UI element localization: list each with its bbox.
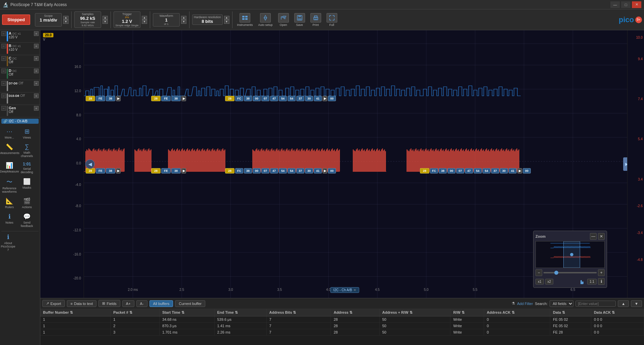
search-input[interactable] bbox=[575, 301, 616, 307]
ch-gen-minus[interactable]: − bbox=[1, 106, 6, 111]
ch-c-minus[interactable]: − bbox=[1, 56, 6, 61]
i2c-close-button[interactable]: ✕ bbox=[353, 288, 356, 292]
scope-minus[interactable]: ▼ bbox=[63, 20, 69, 24]
waveform-plus[interactable]: ▲ bbox=[181, 16, 186, 20]
pkt-30-r2: 30 bbox=[305, 168, 313, 174]
close-button[interactable]: ✕ bbox=[632, 1, 641, 8]
font-larger-button[interactable]: A+ bbox=[122, 300, 134, 307]
search-down-button[interactable]: ▼ bbox=[631, 300, 642, 307]
ch-d7d0-plus[interactable]: + bbox=[34, 81, 39, 86]
r-label-10: 10.0 bbox=[636, 36, 643, 39]
minimize-button[interactable]: — bbox=[610, 1, 620, 8]
zoom-reset-button[interactable]: 1:1 bbox=[587, 279, 597, 284]
col-data-ack[interactable]: Data ACK ⇅ bbox=[591, 309, 644, 316]
ch-c-name: C bbox=[9, 56, 11, 60]
zoom-info-button[interactable]: ℹ bbox=[598, 278, 605, 285]
scope-area: 20.0 V 16.0 12.0 8.0 4.0 0.0 -4.0 -8.0 -… bbox=[40, 30, 644, 298]
sidebar-item-measurements[interactable]: 📏 Measurements bbox=[1, 142, 17, 159]
save-group[interactable]: Save bbox=[292, 12, 307, 27]
zoom-slider[interactable] bbox=[544, 272, 597, 273]
stopped-button[interactable]: Stopped bbox=[2, 14, 30, 25]
instruments-group[interactable]: Instruments bbox=[235, 12, 255, 27]
fields-button[interactable]: ⊞ Fields bbox=[98, 300, 120, 307]
samples-plus[interactable]: ▲ bbox=[102, 16, 108, 20]
search-fields-select[interactable]: All fields bbox=[550, 300, 573, 307]
ch-b-plus[interactable]: + bbox=[34, 44, 39, 48]
maximize-button[interactable]: □ bbox=[621, 1, 631, 8]
hw-plus[interactable]: ▲ bbox=[224, 16, 229, 20]
scope-adj[interactable]: ▲ ▼ bbox=[63, 16, 69, 24]
sidebar-item-rulers[interactable]: 📐 Rulers bbox=[1, 196, 17, 210]
export-button[interactable]: ↗ Export bbox=[42, 300, 65, 307]
pkt-fe-r2-2: FE bbox=[161, 168, 171, 174]
col-data[interactable]: Data ⇅ bbox=[550, 309, 591, 316]
zoom-minimize-button[interactable]: — bbox=[590, 233, 597, 240]
nav-left-button[interactable]: ◀ bbox=[85, 159, 95, 169]
ch-d15d8-plus[interactable]: + bbox=[34, 93, 39, 98]
ch-d-minus[interactable]: − bbox=[1, 69, 6, 73]
svg-rect-1 bbox=[245, 16, 248, 17]
table-cell: 0 bbox=[484, 329, 550, 336]
open-group[interactable]: Open bbox=[276, 12, 291, 27]
data-to-text-button[interactable]: ≡ Data to text bbox=[67, 300, 97, 307]
sidebar-item-actions[interactable]: 🎬 Actions bbox=[19, 196, 35, 210]
zoom-close-button[interactable]: ✕ bbox=[598, 233, 605, 240]
col-packet[interactable]: Packet # ⇅ bbox=[111, 309, 160, 316]
scope-plus[interactable]: ▲ bbox=[63, 16, 69, 20]
zoom-x2-button[interactable]: x2 bbox=[545, 279, 554, 284]
waveform-minus[interactable]: ▼ bbox=[181, 20, 186, 24]
auto-setup-group[interactable]: Auto setup bbox=[256, 12, 275, 27]
sidebar-item-more[interactable]: ⋯ More... bbox=[1, 126, 17, 141]
nav-right-button[interactable]: ▶ bbox=[623, 157, 627, 171]
zoom-plus-button[interactable]: + bbox=[598, 269, 605, 276]
font-smaller-button[interactable]: A- bbox=[136, 300, 147, 307]
col-addr-rw[interactable]: Address + R/W ⇅ bbox=[379, 309, 450, 316]
col-start[interactable]: Start Time ⇅ bbox=[160, 309, 214, 316]
measurements-label: Measurements bbox=[0, 151, 19, 155]
ch-b-minus[interactable]: − bbox=[1, 44, 6, 48]
ch-d-plus[interactable]: + bbox=[34, 69, 39, 73]
col-addr-ack[interactable]: Address ACK ⇅ bbox=[484, 309, 550, 316]
sidebar-item-feedback[interactable]: 💬 Send feedback bbox=[19, 212, 35, 229]
col-rw[interactable]: R/W ⇅ bbox=[450, 309, 484, 316]
instruments-label: Instruments bbox=[237, 23, 253, 27]
col-address[interactable]: Address ⇅ bbox=[331, 309, 380, 316]
ch-gen-plus[interactable]: + bbox=[34, 106, 39, 111]
trigger-minus[interactable]: ▼ bbox=[142, 20, 147, 24]
col-addr-bits[interactable]: Address Bits ⇅ bbox=[266, 309, 331, 316]
print-group[interactable]: Print bbox=[308, 12, 323, 27]
hw-adj[interactable]: ▲ ▼ bbox=[224, 16, 229, 24]
ch-a-plus[interactable]: + bbox=[34, 31, 39, 36]
sidebar-item-masks[interactable]: ⬜ Masks bbox=[19, 177, 35, 195]
i2c-channel-badge[interactable]: 🔗 I2C - Ch A/B bbox=[1, 119, 39, 124]
col-buffer[interactable]: Buffer Number ⇅ bbox=[40, 309, 111, 316]
sidebar-item-reference[interactable]: 〜 Reference waveforms bbox=[1, 177, 17, 195]
col-end[interactable]: End Time ⇅ bbox=[214, 309, 266, 316]
waveform-adj[interactable]: ▲ ▼ bbox=[181, 16, 186, 24]
zoom-x1-button[interactable]: x1 bbox=[535, 279, 544, 284]
trigger-plus[interactable]: ▲ bbox=[142, 16, 147, 20]
trigger-adj[interactable]: ▲ ▼ bbox=[142, 16, 147, 24]
current-buffer-button[interactable]: Current buffer bbox=[175, 300, 205, 307]
all-buffers-button[interactable]: All buffers bbox=[149, 300, 173, 307]
ch-d7d0-minus[interactable]: − bbox=[1, 81, 6, 86]
table-row: 131.701 ms2.26 ms72850Write0FE 280 0 bbox=[40, 329, 644, 336]
ch-a-minus[interactable]: − bbox=[1, 31, 6, 36]
ch-d15d8-minus[interactable]: − bbox=[1, 93, 6, 98]
sidebar-item-notes[interactable]: ℹ Notes bbox=[1, 212, 17, 229]
pkt-end-r2-3: ▶ bbox=[323, 168, 327, 174]
samples-adj[interactable]: ▲ ▼ bbox=[102, 16, 108, 24]
zoom-out-button[interactable]: − bbox=[535, 269, 542, 276]
ch-c-plus[interactable]: + bbox=[34, 56, 39, 61]
pkt-38-r2-3: 38 bbox=[244, 168, 252, 174]
hw-minus[interactable]: ▼ bbox=[224, 20, 229, 24]
search-up-button[interactable]: ▲ bbox=[618, 300, 629, 307]
sidebar-item-deep[interactable]: 📊 DeepMeasure bbox=[1, 160, 17, 175]
full-group[interactable]: Full bbox=[325, 12, 339, 27]
sidebar-item-views[interactable]: ⊞ Views bbox=[19, 126, 35, 141]
sidebar-item-math[interactable]: ∑ Math channels bbox=[19, 142, 35, 159]
samples-minus[interactable]: ▼ bbox=[102, 20, 108, 24]
sidebar-item-serial[interactable]: 1:01 Serial decoding bbox=[19, 160, 35, 175]
ch-d15d8-name: D15-D8 bbox=[9, 94, 19, 98]
sidebar-item-about[interactable]: ℹ About PicoScope 7 bbox=[0, 232, 16, 253]
